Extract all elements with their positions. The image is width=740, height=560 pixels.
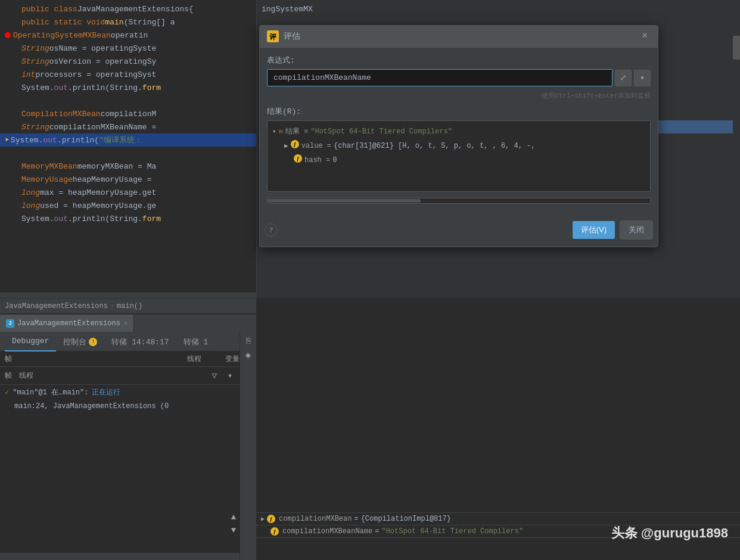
evaluate-dialog: 评 评估 × 表达式: ⤢ ▾ 使用Ctrl+Shift+Enter添加到监视 … — [259, 25, 658, 247]
dialog-hint: 使用Ctrl+Shift+Enter添加到监视 — [267, 91, 651, 100]
result-hash-val: 0 — [332, 154, 337, 166]
dialog-footer: ? 评估(V) 关闭 — [260, 218, 658, 247]
help-button[interactable]: ? — [265, 223, 278, 237]
vars-val-2: "HotSpot 64-Bit Tiered Compilers" — [381, 527, 523, 536]
result-hash-label: hash = — [304, 154, 330, 166]
dialog-scrollbar[interactable] — [267, 198, 651, 204]
vars-icon-f1: f — [267, 515, 275, 523]
dialog-scrollbar-thumb[interactable] — [268, 199, 421, 203]
dialog-body: 表达式: ⤢ ▾ 使用Ctrl+Shift+Enter添加到监视 结果(R): … — [260, 48, 658, 218]
result-root-row: ▾ ∞ 结果 = "HotSpot 64-Bit Tiered Compiler… — [272, 126, 645, 138]
svg-text:评: 评 — [269, 33, 277, 41]
close-dialog-button[interactable]: 关闭 — [620, 220, 653, 239]
result-child-value: ▶ f value = {char[31]@621} [H, o, t, S, … — [284, 140, 645, 152]
infinity-icon: ∞ — [279, 126, 283, 138]
result-area: ▾ ∞ 结果 = "HotSpot 64-Bit Tiered Compiler… — [267, 120, 651, 192]
expand-expression-btn[interactable]: ⤢ — [615, 70, 632, 86]
result-label: 结果(R): — [267, 106, 651, 117]
field-icon-hash: f — [294, 154, 302, 163]
evaluate-button[interactable]: 评估(V) — [573, 221, 615, 239]
dialog-close-icon[interactable]: × — [639, 30, 651, 42]
dialog-title: 评估 — [284, 31, 639, 42]
result-root-value: "HotSpot 64-Bit Tiered Compilers" — [310, 126, 452, 138]
expression-input[interactable] — [267, 69, 612, 86]
vars-val-1: {CompilationImpl@817} — [361, 515, 451, 523]
field-icon-value: f — [291, 140, 299, 148]
expression-label: 表达式: — [267, 55, 651, 66]
vars-name-2: compilationMXBeanName — [282, 527, 372, 536]
dropdown-btn[interactable]: ▾ — [634, 70, 651, 86]
result-toggle[interactable]: ▾ — [272, 126, 276, 138]
result-child-hash: f hash = 0 — [284, 154, 645, 166]
vars-toggle-1[interactable]: ▶ — [261, 515, 265, 522]
result-nested: ▶ f value = {char[31]@621} [H, o, t, S, … — [272, 140, 645, 166]
vars-row-compilation-bean: ▶ f compilationMXBean = {CompilationImpl… — [256, 513, 740, 525]
expression-input-row: ⤢ ▾ — [267, 69, 651, 86]
dialog-header: 评 评估 × — [260, 26, 658, 48]
result-child-val: {char[31]@621} [H, o, t, S, p, o, t, , 6… — [334, 140, 535, 152]
watermark: 头条 @gurugu1898 — [611, 524, 728, 542]
dialog-overlay: 评 评估 × 表达式: ⤢ ▾ 使用Ctrl+Shift+Enter添加到监视 … — [0, 0, 740, 560]
vars-icon-f2: f — [270, 527, 279, 536]
vars-name-1: compilationMXBean — [279, 515, 352, 523]
dialog-icon: 评 — [267, 30, 279, 42]
result-child-toggle[interactable]: ▶ — [284, 140, 288, 152]
result-root-label: 结果 = — [285, 126, 308, 138]
result-child-label: value = — [301, 140, 331, 152]
